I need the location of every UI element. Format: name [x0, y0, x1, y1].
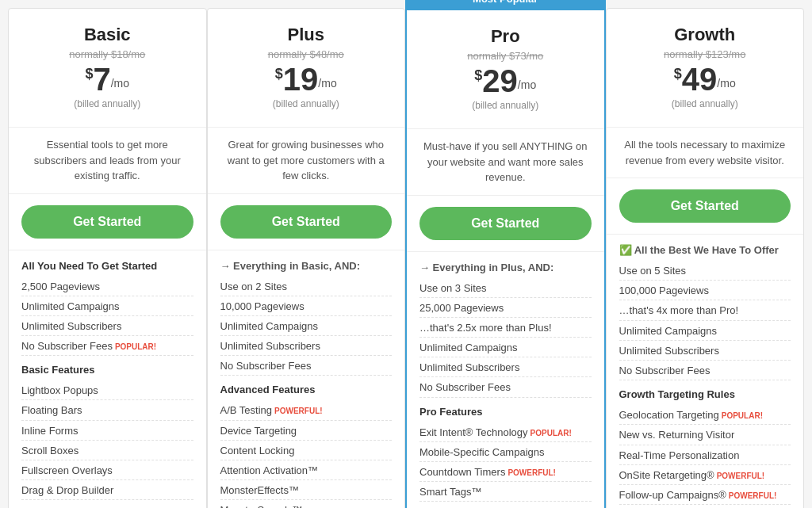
get-started-button[interactable]: Get Started	[619, 189, 791, 223]
feature-item: Unlimited Subscribers	[220, 338, 393, 356]
price-row: $ 49 /mo	[619, 63, 791, 95]
feature-item: Mobile-Specific Campaigns	[419, 444, 592, 462]
popular-badge: Most Popular	[407, 0, 604, 10]
feature-item: Drag & Drop Builder	[21, 482, 193, 500]
plan-card-pro: Most Popular Pro normally $73/mo $ 29 /m…	[405, 0, 606, 508]
badge-powerful: POWERFUL!	[274, 407, 323, 415]
feature-item: Real-Time Personalization	[619, 447, 791, 465]
plan-description: All the tools necessary to maximize reve…	[607, 128, 804, 178]
feature-item: No Subscriber Fees	[220, 357, 393, 376]
feature-item: …that's 4x more than Pro!	[619, 302, 791, 320]
plan-card-growth: Growth normally $123/mo $ 49 /mo (billed…	[606, 8, 805, 508]
feature-item: MonsterLinks™POPULAR!	[419, 503, 592, 508]
section-title-secondary: Pro Features	[419, 406, 592, 418]
feature-item: 2,500 Pageviews	[21, 278, 193, 296]
billed-text: (billed annually)	[619, 98, 791, 109]
get-started-button[interactable]: Get Started	[419, 207, 592, 240]
section-title-secondary: Advanced Features	[220, 384, 393, 395]
get-started-button[interactable]: Get Started	[21, 205, 193, 239]
plan-description: Essential tools to get more subscribers …	[9, 128, 206, 194]
feature-item: No Subscriber Fees	[619, 362, 791, 380]
badge-powerful: POWERFUL!	[508, 468, 556, 477]
price-per: /mo	[111, 78, 129, 89]
feature-item: 25,000 Pageviews	[419, 300, 592, 318]
price-per: /mo	[518, 79, 536, 90]
feature-item: Unlimited Campaigns	[21, 298, 193, 316]
feature-item: No Subscriber Fees	[419, 379, 592, 397]
feature-item: Unlimited Subscribers	[419, 359, 592, 377]
billed-text: (billed annually)	[419, 100, 592, 111]
billed-text: (billed annually)	[21, 98, 193, 109]
plan-card-basic: Basic normally $18/mo $ 7 /mo (billed an…	[8, 8, 207, 508]
badge-powerful: POWERFUL!	[717, 472, 765, 480]
plan-header-basic: Basic normally $18/mo $ 7 /mo (billed an…	[9, 9, 206, 128]
original-price: normally $48/mo	[220, 48, 393, 60]
feature-item: Unlimited Campaigns	[419, 339, 592, 357]
badge-powerful: POWERFUL!	[729, 491, 777, 500]
feature-item: A/B TestingPOWERFUL!	[220, 402, 393, 420]
feature-item: Inline Forms	[21, 422, 193, 441]
price-row: $ 19 /mo	[220, 63, 393, 95]
price-dollar: $	[674, 67, 682, 81]
feature-item: Follow-up Campaigns®POWERFUL!	[619, 487, 791, 505]
plan-name: Plus	[220, 25, 393, 45]
plan-description: Great for growing businesses who want to…	[208, 128, 405, 194]
section-arrow: → Everything in Plus, AND:	[419, 262, 592, 273]
feature-item: No Subscriber FeesPOPULAR!	[21, 338, 193, 356]
section-title-main: All You Need To Get Started	[21, 260, 193, 272]
feature-item: Unlimited Subscribers	[619, 342, 791, 361]
features-section: → Everything in Basic, AND:Use on 2 Site…	[208, 250, 405, 509]
badge-popular: POPULAR!	[115, 342, 156, 351]
price-amount: 49	[682, 63, 718, 95]
feature-item: Device Targeting	[220, 422, 393, 441]
feature-item: Use on 3 Sites	[419, 280, 592, 298]
feature-item: Lightbox Popups	[21, 382, 193, 400]
plan-name: Growth	[619, 25, 791, 45]
get-started-button[interactable]: Get Started	[220, 205, 393, 239]
feature-item: Geolocation TargetingPOPULAR!	[619, 407, 791, 425]
feature-item: OnSite Retargeting®POWERFUL!	[619, 467, 791, 485]
plan-description: Must-have if you sell ANYTHING on your w…	[407, 129, 604, 196]
original-price: normally $18/mo	[21, 48, 193, 60]
badge-powerful: POPULAR!	[530, 429, 572, 437]
plan-header-plus: Plus normally $48/mo $ 19 /mo (billed an…	[208, 9, 405, 128]
price-row: $ 29 /mo	[419, 65, 592, 97]
feature-item: MonsterSounds™	[220, 502, 393, 508]
plan-name: Pro	[419, 26, 592, 47]
feature-item: Fullscreen Overlays	[21, 462, 193, 480]
pricing-container: Basic normally $18/mo $ 7 /mo (billed an…	[8, 8, 804, 508]
price-amount: 29	[482, 65, 518, 97]
feature-item: 100,000 Pageviews	[619, 282, 791, 300]
plan-header-pro: Pro normally $73/mo $ 29 /mo (billed ann…	[407, 10, 604, 129]
feature-item: Unlimited Campaigns	[220, 318, 393, 336]
feature-item: Floating Bars	[21, 402, 193, 420]
features-section: → Everything in Plus, AND:Use on 3 Sites…	[407, 251, 604, 509]
feature-item: …that's 2.5x more than Plus!	[419, 319, 592, 338]
feature-item: Scroll Boxes	[21, 442, 193, 460]
feature-item: Smart Tags™	[419, 483, 592, 502]
feature-item: New vs. Returning Visitor	[619, 426, 791, 445]
features-section: ✅ All the Best We Have To OfferUse on 5 …	[607, 234, 804, 508]
plan-header-growth: Growth normally $123/mo $ 49 /mo (billed…	[607, 9, 804, 128]
section-arrow: ✅ All the Best We Have To Offer	[619, 244, 791, 256]
billed-text: (billed annually)	[220, 98, 393, 109]
price-per: /mo	[318, 78, 336, 89]
feature-item: Unlimited Subscribers	[21, 318, 193, 336]
feature-item: Content Locking	[220, 442, 393, 460]
price-dollar: $	[474, 68, 482, 82]
price-row: $ 7 /mo	[21, 63, 193, 95]
feature-item: Unlimited Campaigns	[619, 323, 791, 341]
price-amount: 19	[283, 63, 319, 95]
plan-card-plus: Plus normally $48/mo $ 19 /mo (billed an…	[207, 8, 406, 508]
original-price: normally $123/mo	[619, 48, 791, 60]
feature-item: Use on 2 Sites	[220, 278, 393, 296]
feature-item: Countdown TimersPOWERFUL!	[419, 464, 592, 482]
feature-item: Use on 5 Sites	[619, 262, 791, 281]
feature-item: Exit Intent® TechnologyPOPULAR!	[419, 424, 592, 442]
badge-powerful: POPULAR!	[722, 411, 763, 420]
feature-item: MonsterEffects™	[220, 482, 393, 500]
price-per: /mo	[717, 78, 735, 89]
features-section: All You Need To Get Started2,500 Pagevie…	[9, 250, 206, 509]
original-price: normally $73/mo	[419, 50, 592, 62]
price-amount: 7	[93, 63, 110, 95]
